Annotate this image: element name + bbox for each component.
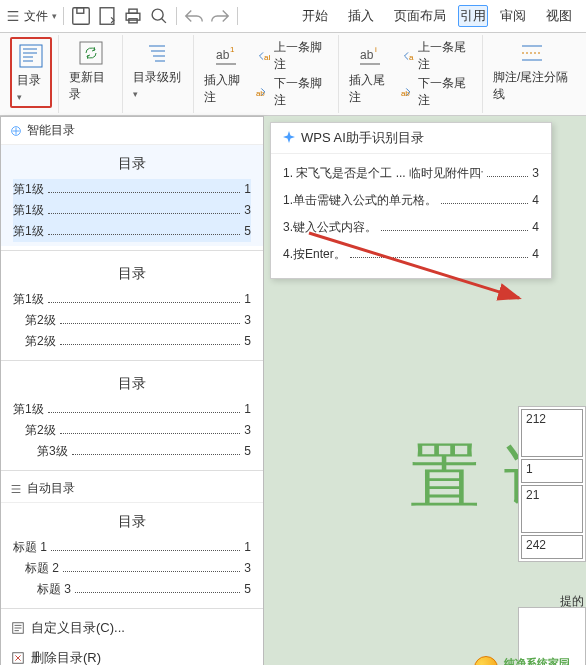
tab-layout[interactable]: 页面布局 bbox=[386, 4, 454, 28]
toc-entry-page: 5 bbox=[244, 334, 251, 348]
toc-entry-label: 第2级 bbox=[25, 422, 56, 439]
ribbon-group-level: 目录级别 ▾ bbox=[123, 35, 194, 113]
ai-toc-row[interactable]: 3.键入公式内容。4 bbox=[283, 214, 539, 241]
insert-endnote-label: 插入尾注 bbox=[349, 72, 392, 106]
toc-row: 第1级3 bbox=[13, 200, 251, 221]
ai-entry-label: 1.单击需键入公式的单元格。 bbox=[283, 192, 437, 209]
toc-leader bbox=[63, 563, 240, 572]
toc-entry-label: 第1级 bbox=[13, 223, 44, 240]
toc-row: 第3级5 bbox=[13, 441, 251, 462]
toc-dropdown: 智能目录 目录 第1级1第1级3第1级5 目录 第1级1第2级3第2级5 目录 … bbox=[0, 116, 264, 665]
svg-rect-1 bbox=[77, 8, 84, 14]
svg-rect-8 bbox=[80, 42, 102, 64]
ai-toc-row[interactable]: 4.按Enter。4 bbox=[283, 241, 539, 268]
sparkle-icon bbox=[281, 130, 297, 146]
note-separator-button[interactable]: 脚注/尾注分隔线 bbox=[489, 37, 576, 105]
toc-entry-page: 5 bbox=[244, 444, 251, 458]
toc-row: 第2级3 bbox=[13, 420, 251, 441]
toc-entry-label: 第1级 bbox=[13, 202, 44, 219]
body: 智能目录 目录 第1级1第1级3第1级5 目录 第1级1第2级3第2级5 目录 … bbox=[0, 116, 586, 665]
ribbon-group-toc: 目录 ▾ bbox=[4, 35, 59, 113]
toc-leader bbox=[48, 184, 241, 193]
svg-text:ab: ab bbox=[264, 53, 269, 62]
toc-icon bbox=[17, 42, 45, 70]
toc-preview-1[interactable]: 目录 第1级1第1级3第1级5 bbox=[1, 145, 263, 246]
separator bbox=[63, 7, 64, 25]
tab-review[interactable]: 审阅 bbox=[492, 4, 534, 28]
chevron-down-icon: ▾ bbox=[133, 89, 138, 99]
toc-button-highlight: 目录 ▾ bbox=[10, 37, 52, 108]
toc-leader bbox=[487, 168, 528, 177]
toc-leader bbox=[48, 226, 241, 235]
toc-entry-page: 1 bbox=[244, 402, 251, 416]
svg-text:1: 1 bbox=[230, 45, 235, 54]
ai-toc-row[interactable]: 1. 宋飞飞是否是个工 ... 临时见附件四十看3 bbox=[283, 160, 539, 187]
watermark-name: 纯净系统家园 bbox=[504, 657, 578, 665]
tab-insert[interactable]: 插入 bbox=[340, 4, 382, 28]
smart-toc-header[interactable]: 智能目录 bbox=[1, 117, 263, 145]
table-fragment: 212 1 21 242 bbox=[518, 406, 586, 562]
svg-text:ab: ab bbox=[256, 89, 265, 98]
separator bbox=[237, 7, 238, 25]
next-endnote-button[interactable]: ab下一条尾注 bbox=[400, 75, 472, 109]
toc-level-button[interactable]: 目录级别 ▾ bbox=[129, 37, 187, 102]
toc-row: 标题 35 bbox=[13, 579, 251, 600]
toc-entry-page: 1 bbox=[244, 540, 251, 554]
toc-entry-page: 3 bbox=[244, 423, 251, 437]
toc-preview-4[interactable]: 目录 标题 11标题 23标题 35 bbox=[1, 503, 263, 604]
tab-reference[interactable]: 引用 bbox=[458, 5, 488, 27]
hamburger-icon[interactable] bbox=[6, 9, 20, 23]
title-bar: 文件 ▾ 开始 插入 页面布局 引用 审阅 视图 bbox=[0, 0, 586, 33]
custom-toc-menu-item[interactable]: 自定义目录(C)... bbox=[1, 613, 263, 643]
tab-view[interactable]: 视图 bbox=[538, 4, 580, 28]
svg-text:i: i bbox=[375, 45, 377, 54]
table-cell: 1 bbox=[521, 459, 583, 483]
insert-footnote-button[interactable]: ab1 插入脚注 bbox=[200, 40, 251, 108]
watermark-logo-icon bbox=[474, 656, 498, 665]
toc-entry-label: 第2级 bbox=[25, 333, 56, 350]
toc-row: 第1级1 bbox=[13, 399, 251, 420]
undo-icon[interactable] bbox=[183, 5, 205, 27]
table-cell: 21 bbox=[521, 485, 583, 533]
update-toc-button[interactable]: 更新目录 bbox=[65, 37, 116, 105]
print-preview-icon[interactable] bbox=[96, 5, 118, 27]
smart-toc-label: 智能目录 bbox=[27, 122, 75, 139]
toc-row: 第1级1 bbox=[13, 179, 251, 200]
toc-level-label: 目录级别 bbox=[133, 70, 181, 84]
toc-entry-label: 标题 1 bbox=[13, 539, 47, 556]
ai-entry-page: 3 bbox=[532, 166, 539, 180]
toc-leader bbox=[72, 446, 241, 455]
svg-text:ab: ab bbox=[409, 53, 414, 62]
toc-preview-2[interactable]: 目录 第1级1第2级3第2级5 bbox=[1, 255, 263, 356]
prev-footnote-button[interactable]: ab上一条脚注 bbox=[255, 39, 327, 73]
toc-preview-3[interactable]: 目录 第1级1第2级3第3级5 bbox=[1, 365, 263, 466]
endnote-nav: ab上一条尾注 ab下一条尾注 bbox=[396, 37, 476, 111]
endnote-icon: abi bbox=[356, 42, 384, 70]
find-icon[interactable] bbox=[148, 5, 170, 27]
ai-entry-label: 3.键入公式内容。 bbox=[283, 219, 377, 236]
svg-text:ab: ab bbox=[401, 89, 410, 98]
print-icon[interactable] bbox=[122, 5, 144, 27]
delete-icon bbox=[11, 651, 25, 665]
prev-endnote-button[interactable]: ab上一条尾注 bbox=[400, 39, 472, 73]
separator bbox=[176, 7, 177, 25]
delete-toc-menu-item[interactable]: 删除目录(R) bbox=[1, 643, 263, 665]
ribbon-group-endnote: abi 插入尾注 ab上一条尾注 ab下一条尾注 bbox=[339, 35, 483, 113]
next-footnote-button[interactable]: ab下一条脚注 bbox=[255, 75, 327, 109]
tab-start[interactable]: 开始 bbox=[294, 4, 336, 28]
toc-button[interactable]: 目录 ▾ bbox=[13, 40, 49, 105]
auto-toc-header: 自动目录 bbox=[1, 475, 263, 503]
save-icon[interactable] bbox=[70, 5, 92, 27]
toc-entry-page: 5 bbox=[244, 582, 251, 596]
toc-leader bbox=[350, 249, 529, 258]
redo-icon[interactable] bbox=[209, 5, 231, 27]
ai-toc-row[interactable]: 1.单击需键入公式的单元格。4 bbox=[283, 187, 539, 214]
insert-endnote-button[interactable]: abi 插入尾注 bbox=[345, 40, 396, 108]
insert-footnote-label: 插入脚注 bbox=[204, 72, 247, 106]
toc-entry-page: 5 bbox=[244, 224, 251, 238]
toc-entry-label: 第2级 bbox=[25, 312, 56, 329]
ribbon-group-update: 更新目录 bbox=[59, 35, 123, 113]
toc-entry-label: 第1级 bbox=[13, 401, 44, 418]
file-menu[interactable]: 文件 bbox=[24, 8, 48, 25]
ribbon-group-footnote: ab1 插入脚注 ab上一条脚注 ab下一条脚注 bbox=[194, 35, 338, 113]
